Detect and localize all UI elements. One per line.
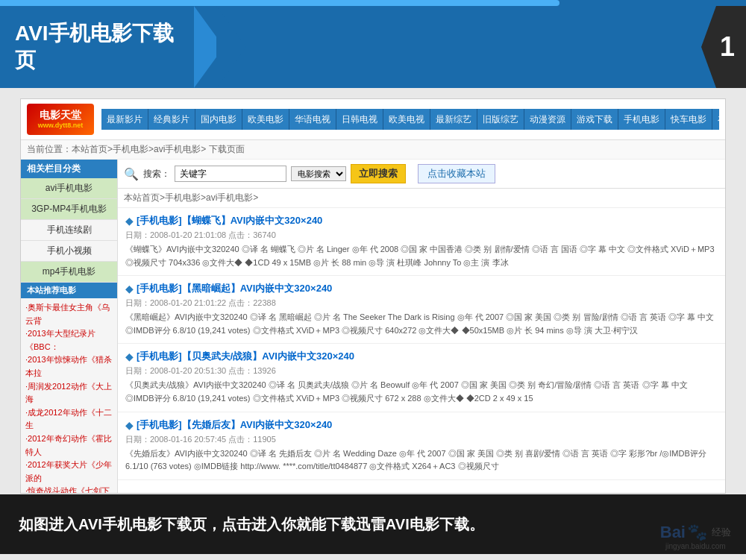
bottom-text: 如图进入AVI手机电影下载页，点击进入你就能下载迅雷AVI电影下载。 — [19, 515, 484, 535]
movie-title-bar-1: ◆ [手机电影]【蝴蝶飞】AVI内嵌中文320×240 — [125, 214, 718, 227]
watermark-bai: Bai — [660, 523, 686, 542]
header-arrow-shape2 — [216, 6, 246, 88]
rec-item-3[interactable]: ·2013年惊悚动作《猎杀本拉 — [25, 353, 113, 380]
movie-meta-2: 日期：2008-01-20 21:01:22 点击：22388 — [125, 298, 718, 309]
header: AVI手机电影下载 页 1 — [0, 6, 746, 88]
movie-meta-4: 日期：2008-01-16 20:57:45 点击：11905 — [125, 434, 718, 445]
page-number-box: 1 — [701, 6, 746, 88]
page-number: 1 — [720, 31, 735, 63]
nav-mobile[interactable]: 手机电影 — [618, 109, 665, 130]
movie-desc-2: 《黑暗崛起》AVI内嵌中文320240 ◎译 名 黑暗崛起 ◎片 名 The S… — [125, 311, 718, 337]
nav-domestic[interactable]: 国内电影 — [195, 109, 242, 130]
nav-classic[interactable]: 经典影片 — [148, 109, 195, 130]
movie-entry-4: ◆ [手机电影]【先婚后友】AVI内嵌中文320×240 日期：2008-01-… — [118, 412, 725, 480]
movie-entry-3: ◆ [手机电影]【贝奥武夫/战狼】AVI内嵌中文320×240 日期：2008-… — [118, 344, 725, 412]
movie-title-bar-2: ◆ [手机电影]【黑暗崛起】AVI内嵌中文320×240 — [125, 282, 718, 295]
bookmark-button[interactable]: 点击收藏本站 — [418, 164, 495, 183]
title-line2: 页 — [15, 47, 174, 74]
nav-online[interactable]: 在线电 — [712, 109, 719, 130]
nav-games[interactable]: 游戏下载 — [571, 109, 618, 130]
search-label: 搜索： — [143, 168, 170, 180]
search-select[interactable]: 电影搜索 — [291, 166, 346, 181]
movie-desc-3: 《贝奥武夫/战狼》AVI内嵌中文320240 ◎译 名 贝奥武夫/战狼 ◎片 名… — [125, 379, 718, 405]
sidebar-recommend-title: 本站推荐电影 — [21, 283, 117, 298]
rec-item-6[interactable]: ·2012年奇幻动作《霍比特人 — [25, 432, 113, 459]
sidebar-cat-3gp[interactable]: 3GP-MP4手机电影 — [21, 199, 117, 220]
sidebar-cat-short[interactable]: 手机小视频 — [21, 241, 117, 262]
sidebar: 相关栏目分类 avi手机电影 3GP-MP4手机电影 手机连续剧 手机小视频 m… — [21, 160, 118, 494]
sidebar-cat-mp4[interactable]: mp4手机电影 — [21, 262, 117, 283]
rec-item-1[interactable]: ·奥斯卡最佳女主角《乌云背 — [25, 301, 113, 327]
rec-item-2[interactable]: ·2013年大型纪录片《BBC： — [25, 327, 113, 353]
nav-western[interactable]: 欧美电影 — [242, 109, 289, 130]
movie-title-bar-4: ◆ [手机电影]【先婚后友】AVI内嵌中文320×240 — [125, 418, 718, 432]
rec-item-4[interactable]: ·周润发2012动作《大上海 — [25, 380, 113, 406]
logo-url: www.dytt8.net — [38, 122, 84, 130]
inner-breadcrumb: 本站首页>手机电影>avi手机电影> — [118, 189, 725, 208]
search-input[interactable] — [175, 166, 286, 182]
movie-entry-2: ◆ [手机电影]【黑暗崛起】AVI内嵌中文320×240 日期：2008-01-… — [118, 276, 725, 344]
movie-icon-4: ◆ — [125, 419, 134, 431]
nav-old-variety[interactable]: 旧版综艺 — [477, 109, 524, 130]
header-title: AVI手机电影下载 页 — [15, 20, 174, 75]
watermark-paw-icon: 🐾 — [687, 523, 707, 542]
movie-meta-3: 日期：2008-01-20 20:51:30 点击：13926 — [125, 365, 718, 377]
movie-desc-4: 《先婚后友》AVI内嵌中文320240 ◎译 名 先婚后友 ◎片 名 Weddi… — [125, 447, 718, 474]
rec-item-8[interactable]: ·惊奇战斗动作《七剑下天山 — [25, 485, 113, 494]
site-header: 电影天堂 www.dytt8.net 最新影片 经典影片 国内电影 欧美电影 华… — [21, 99, 725, 140]
movie-icon-3: ◆ — [125, 350, 134, 362]
nav-chinese-tv[interactable]: 华语电视 — [289, 109, 336, 130]
movie-title-bar-3: ◆ [手机电影]【贝奥武夫/战狼】AVI内嵌中文320×240 — [125, 350, 718, 363]
progress-bar — [0, 0, 746, 6]
movie-entry-1: ◆ [手机电影]【蝴蝶飞】AVI内嵌中文320×240 日期：2008-01-2… — [118, 208, 725, 276]
website-frame: 电影天堂 www.dytt8.net 最新影片 经典影片 国内电影 欧美电影 华… — [20, 98, 726, 494]
site-nav: 最新影片 经典影片 国内电影 欧美电影 华语电视 日韩电视 欧美电视 最新综艺 … — [101, 109, 719, 130]
breadcrumb: 当前位置：本站首页>手机电影>avi手机电影> 下载页面 — [21, 140, 725, 160]
nav-newest[interactable]: 最新影片 — [101, 109, 148, 130]
sidebar-category-title: 相关栏目分类 — [21, 160, 117, 178]
movie-title-4[interactable]: [手机电影]【先婚后友】AVI内嵌中文320×240 — [137, 418, 332, 432]
logo-main-text: 电影天堂 — [40, 109, 81, 122]
search-bar: 🔍 搜索： 电影搜索 立即搜索 点击收藏本站 — [118, 160, 725, 189]
watermark-jingyan: 经验 — [712, 526, 731, 539]
sidebar-recommend-list: ·奥斯卡最佳女主角《乌云背 ·2013年大型纪录片《BBC： ·2013年惊悚动… — [21, 298, 117, 494]
nav-variety[interactable]: 最新综艺 — [430, 109, 477, 130]
watermark-url: jingyan.baidu.com — [665, 542, 726, 550]
nav-fast[interactable]: 快车电影 — [665, 109, 712, 130]
content-layout: 相关栏目分类 avi手机电影 3GP-MP4手机电影 手机连续剧 手机小视频 m… — [21, 160, 725, 494]
bottom-section: 如图进入AVI手机电影下载页，点击进入你就能下载迅雷AVI电影下载。 Bai 🐾… — [0, 494, 746, 554]
site-logo: 电影天堂 www.dytt8.net — [27, 104, 94, 135]
movie-title-2[interactable]: [手机电影]【黑暗崛起】AVI内嵌中文320×240 — [137, 282, 332, 295]
logo-box: 电影天堂 www.dytt8.net — [27, 104, 94, 135]
nav-western-tv[interactable]: 欧美电视 — [383, 109, 430, 130]
rec-item-7[interactable]: ·2012年获奖大片《少年派的 — [25, 459, 113, 485]
sidebar-cat-drama[interactable]: 手机连续剧 — [21, 220, 117, 241]
sidebar-cat-avi[interactable]: avi手机电影 — [21, 178, 117, 199]
movie-title-3[interactable]: [手机电影]【贝奥武夫/战狼】AVI内嵌中文320×240 — [137, 350, 354, 363]
watermark: Bai 🐾 经验 jingyan.baidu.com — [660, 523, 731, 550]
movie-desc-1: 《蝴蝶飞》AVI内嵌中文320240 ◎译 名 蝴蝶飞 ◎片 名 Linger … — [125, 243, 718, 269]
movie-icon-1: ◆ — [125, 215, 134, 227]
movie-meta-1: 日期：2008-01-20 21:01:08 点击：36740 — [125, 230, 718, 241]
movie-title-1[interactable]: [手机电影]【蝴蝶飞】AVI内嵌中文320×240 — [137, 214, 322, 227]
search-button[interactable]: 立即搜索 — [351, 164, 406, 183]
rec-item-5[interactable]: ·成龙2012年动作《十二生 — [25, 406, 113, 432]
progress-fill — [0, 0, 560, 6]
search-icon: 🔍 — [124, 167, 139, 181]
right-content: 🔍 搜索： 电影搜索 立即搜索 点击收藏本站 本站首页>手机电影>avi手机电影… — [118, 160, 725, 494]
nav-jakorean[interactable]: 日韩电视 — [336, 109, 383, 130]
nav-anime[interactable]: 动漫资源 — [524, 109, 571, 130]
movie-icon-2: ◆ — [125, 283, 134, 295]
title-line1: AVI手机电影下载 — [15, 20, 174, 47]
